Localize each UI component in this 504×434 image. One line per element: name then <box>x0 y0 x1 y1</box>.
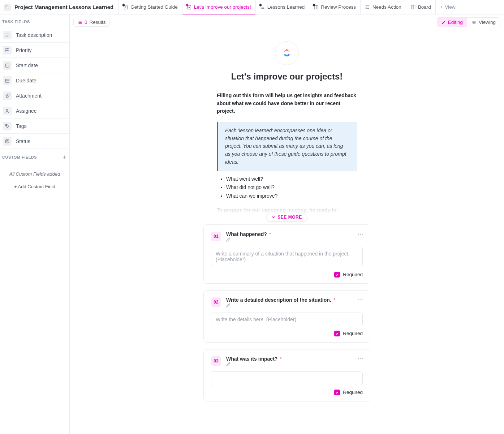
required-label: Required <box>343 390 363 395</box>
field-label: Assignee <box>16 108 37 114</box>
form-title: Let's improve our projects! <box>231 72 343 82</box>
section-label: TASK FIELDS <box>2 20 30 24</box>
add-custom-field-button[interactable]: + Add Custom Field <box>0 184 69 189</box>
question-2-input[interactable] <box>211 313 363 326</box>
required-star: * <box>333 297 335 303</box>
flag-icon <box>3 46 12 55</box>
field-label: Priority <box>16 47 32 53</box>
more-icon[interactable]: ··· <box>358 231 364 237</box>
question-1-input[interactable] <box>211 247 363 266</box>
tab-getting-started[interactable]: Getting Started Guide <box>119 0 182 14</box>
field-label: Due date <box>16 78 36 83</box>
required-checkbox[interactable] <box>334 390 340 395</box>
required-label: Required <box>343 272 363 277</box>
results-pill[interactable]: 0 Results <box>73 18 110 27</box>
chevron-down-icon <box>272 215 275 219</box>
svg-rect-25 <box>5 64 9 67</box>
see-more-button[interactable]: SEE MORE <box>266 213 307 222</box>
tab-board[interactable]: Board <box>406 0 435 14</box>
status-square-icon <box>3 137 12 146</box>
field-start-date[interactable]: Start date <box>0 58 69 73</box>
content-toolbar: 0 Results Editing Viewing <box>70 14 504 30</box>
sidebar: TASK FIELDS Task description Priority St… <box>0 14 70 434</box>
question-label: What happened? <box>226 231 267 237</box>
mode-editing[interactable]: Editing <box>437 18 467 27</box>
tabs: Getting Started Guide Let's improve our … <box>119 0 460 14</box>
field-due-date[interactable]: Due date <box>0 73 69 88</box>
plus-icon[interactable]: + <box>63 154 66 160</box>
list-icon <box>365 4 370 10</box>
svg-point-16 <box>366 7 366 8</box>
field-label: Attachment <box>16 93 42 99</box>
question-number: 02 <box>211 297 221 307</box>
question-card-3: ··· 03 What was its impact? * Required <box>203 349 370 401</box>
pencil-icon[interactable] <box>226 362 284 366</box>
mode-viewing[interactable]: Viewing <box>467 18 500 27</box>
pin-icon <box>260 5 265 10</box>
svg-rect-36 <box>7 141 8 142</box>
topbar: Project Management Lessons Learned Getti… <box>0 0 504 14</box>
form-intro: Filling out this form will help us get i… <box>217 92 357 115</box>
question-card-1: ··· 01 What happened? * Required <box>203 224 370 284</box>
calendar-icon <box>3 61 12 70</box>
required-star: * <box>280 356 281 362</box>
user-icon <box>3 107 12 115</box>
field-tags[interactable]: Tags <box>0 119 69 134</box>
svg-point-34 <box>6 125 7 126</box>
attachment-icon <box>3 91 12 100</box>
required-checkbox[interactable] <box>334 272 340 278</box>
text-icon <box>3 31 12 39</box>
add-view-button[interactable]: + View <box>435 0 460 14</box>
svg-point-0 <box>5 5 9 9</box>
question-card-2: ··· 02 Write a detailed description of t… <box>203 290 370 343</box>
question-number: 01 <box>211 232 221 241</box>
pencil-icon <box>441 20 446 25</box>
pencil-icon[interactable] <box>226 237 273 242</box>
tab-needs-action[interactable]: Needs Action <box>360 0 406 14</box>
tab-label: Lessons Learned <box>267 4 305 10</box>
sidebar-section-custom-fields: CUSTOM FIELDS + <box>0 149 69 164</box>
collapsed-section: To prepare for our upcoming meeting, be … <box>217 207 357 219</box>
field-assignee[interactable]: Assignee <box>0 103 69 119</box>
tab-label: Let's improve our projects! <box>194 4 251 10</box>
calendar-icon <box>3 76 12 85</box>
tab-label: Needs Action <box>372 4 401 10</box>
pin-icon <box>314 5 319 10</box>
field-priority[interactable]: Priority <box>0 43 69 58</box>
svg-rect-20 <box>411 5 413 9</box>
form-bullet-list: What went well? What did not go well? Wh… <box>217 175 357 201</box>
board-icon <box>410 4 416 10</box>
custom-fields-note: All Custom Fields added <box>0 164 69 184</box>
tab-review-process[interactable]: Review Process <box>309 0 360 14</box>
svg-point-14 <box>366 5 366 6</box>
pin-icon <box>123 5 128 10</box>
form-logo <box>275 41 299 65</box>
question-label: Write a detailed description of the situ… <box>226 297 331 303</box>
required-star: * <box>269 231 271 237</box>
results-count: 0 <box>85 20 87 25</box>
field-label: Tags <box>16 123 27 129</box>
more-icon[interactable]: ··· <box>358 297 364 303</box>
required-label: Required <box>343 331 363 336</box>
field-label: Start date <box>16 63 38 68</box>
content: 0 Results Editing Viewing <box>70 14 504 434</box>
tab-improve-projects[interactable]: Let's improve our projects! <box>182 0 255 14</box>
more-icon[interactable]: ··· <box>358 356 364 362</box>
svg-rect-13 <box>316 5 318 9</box>
question-3-input[interactable] <box>211 371 363 385</box>
mode-toggle: Editing Viewing <box>437 17 500 27</box>
mode-label: Editing <box>448 20 463 25</box>
field-label: Status <box>16 138 30 144</box>
question-number: 03 <box>211 356 221 366</box>
list-icon <box>77 20 82 25</box>
field-status[interactable]: Status <box>0 134 69 149</box>
pencil-icon[interactable] <box>226 303 337 308</box>
required-checkbox[interactable] <box>334 331 340 336</box>
field-attachment[interactable]: Attachment <box>0 88 69 103</box>
add-view-label: View <box>445 4 456 10</box>
bullet-item: What went well? <box>226 175 357 184</box>
form-note-box: Each 'lesson learned' encompasses one id… <box>217 122 357 171</box>
tab-lessons-learned[interactable]: Lessons Learned <box>255 0 309 14</box>
topbar-title-block: Project Management Lessons Learned <box>2 4 119 11</box>
field-task-description[interactable]: Task description <box>0 27 69 43</box>
